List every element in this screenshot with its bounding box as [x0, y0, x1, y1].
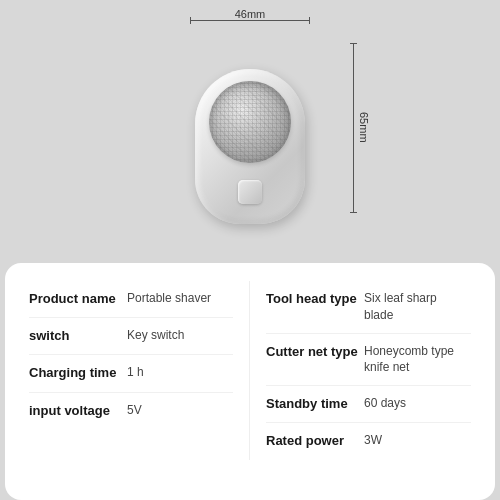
spec-value: Honeycomb type knife net: [364, 343, 471, 377]
height-line: [353, 43, 354, 213]
width-label: 46mm: [235, 8, 266, 20]
shaver-head: [209, 81, 291, 163]
spec-pair: Tool head type Six leaf sharp blade: [266, 290, 471, 324]
spec-pair: Charging time 1 h: [29, 364, 233, 382]
spec-label: Product name: [29, 290, 119, 308]
product-illustration: [195, 69, 305, 224]
spec-label: Cutter net type: [266, 343, 356, 361]
specs-card: Product name Portable shaver switch Key …: [5, 263, 495, 500]
spec-value: 60 days: [364, 395, 410, 412]
width-line: [190, 20, 310, 21]
spec-section: Product name Portable shaver switch Key …: [29, 281, 471, 460]
spec-item: input voltage 5V: [29, 393, 233, 429]
spec-value: 5V: [127, 402, 146, 419]
spec-item: Tool head type Six leaf sharp blade: [266, 281, 471, 334]
spec-item: Rated power 3W: [266, 423, 471, 459]
spec-label: Standby time: [266, 395, 356, 413]
spec-value: 1 h: [127, 364, 148, 381]
spec-pair: switch Key switch: [29, 327, 233, 345]
spec-label: Rated power: [266, 432, 356, 450]
spec-item: switch Key switch: [29, 318, 233, 355]
spec-pair: Standby time 60 days: [266, 395, 471, 413]
spec-value: 3W: [364, 432, 386, 449]
spec-label: input voltage: [29, 402, 119, 420]
spec-item: Product name Portable shaver: [29, 281, 233, 318]
right-specs: Tool head type Six leaf sharp blade Cutt…: [250, 281, 471, 460]
width-dimension: 46mm: [190, 8, 310, 21]
spec-value: Portable shaver: [127, 290, 215, 307]
spec-pair: Cutter net type Honeycomb type knife net: [266, 343, 471, 377]
left-specs: Product name Portable shaver switch Key …: [29, 281, 250, 460]
spec-pair: Product name Portable shaver: [29, 290, 233, 308]
spec-label: Tool head type: [266, 290, 356, 308]
spec-value: Six leaf sharp blade: [364, 290, 471, 324]
spec-item: Cutter net type Honeycomb type knife net: [266, 334, 471, 387]
shaver-body: [195, 69, 305, 224]
spec-label: Charging time: [29, 364, 119, 382]
spec-item: Charging time 1 h: [29, 355, 233, 392]
spec-pair: input voltage 5V: [29, 402, 233, 420]
shaver-button-graphic: [238, 180, 262, 204]
spec-value: Key switch: [127, 327, 188, 344]
spec-label: switch: [29, 327, 119, 345]
product-image-area: 46mm 65mm: [0, 0, 500, 255]
height-dimension: 65mm: [353, 43, 370, 213]
mesh-pattern: [209, 81, 291, 163]
spec-item: Standby time 60 days: [266, 386, 471, 423]
spec-pair: Rated power 3W: [266, 432, 471, 450]
height-label: 65mm: [358, 112, 370, 143]
